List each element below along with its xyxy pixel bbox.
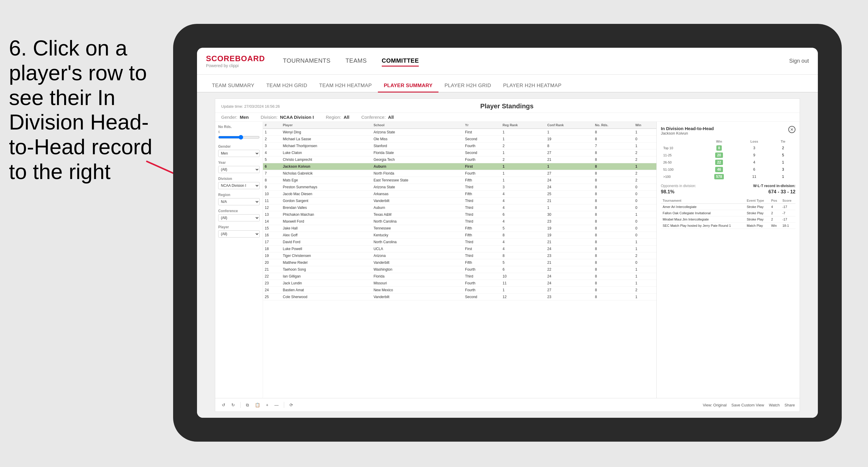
- refresh-button[interactable]: ⟳: [288, 402, 295, 408]
- share-button[interactable]: Share: [784, 403, 795, 407]
- table-area: # Player School Yr Reg Rank Conf Rank No…: [263, 122, 656, 398]
- h2h-close-button[interactable]: ✕: [788, 126, 796, 133]
- filter-division: Division: NCAA Division I: [260, 115, 314, 120]
- save-custom-view-button[interactable]: Save Custom View: [731, 403, 764, 407]
- filter-row: Gender: Men Division: NCAA Division I Re…: [215, 113, 800, 122]
- h2h-loss-cell: 6: [738, 166, 771, 173]
- table-row[interactable]: 5 Christo Lamprecht Georgia Tech Fourth …: [263, 156, 656, 163]
- player-select[interactable]: (All): [218, 230, 260, 238]
- cell-rank: 11: [263, 197, 281, 205]
- table-row[interactable]: 23 Jack Lundin Missouri Fourth 11 24 8 1: [263, 280, 656, 287]
- table-row[interactable]: 10 Jacob Mac Diesen Arkansas Fifth 4 25 …: [263, 191, 656, 197]
- cell-school: New Mexico: [372, 287, 463, 293]
- table-row[interactable]: 12 Brendan Valles Auburn Third 4 1 8 0: [263, 205, 656, 211]
- copy-button[interactable]: ⧉: [244, 402, 251, 408]
- table-row[interactable]: 6 Jackson Koivun Auburn First 1 1 8 1: [263, 163, 656, 170]
- table-row[interactable]: 7 Nicholas Gabrelcik North Florida Fourt…: [263, 170, 656, 177]
- cell-win: 1: [633, 246, 656, 252]
- bottom-toolbar: ↺ ↻ ⧉ 📋 + — ⟳ View: Original Save Custom…: [215, 398, 800, 411]
- sign-out-button[interactable]: Sign out: [789, 58, 809, 64]
- cell-school: North Carolina: [372, 239, 463, 246]
- cell-rounds: 8: [593, 129, 633, 136]
- cell-conf-rank: 24: [546, 177, 593, 184]
- cell-win: 1: [633, 163, 656, 170]
- add-button[interactable]: +: [264, 402, 270, 408]
- year-select[interactable]: (All): [218, 166, 260, 173]
- division-value: NCAA Division I: [280, 115, 314, 120]
- cell-rank: 3: [263, 143, 281, 150]
- cell-conf-rank: 19: [546, 136, 593, 143]
- tab-team-summary[interactable]: TEAM SUMMARY: [206, 80, 260, 93]
- division-select[interactable]: NCAA Division I: [218, 182, 260, 189]
- table-row[interactable]: 11 Gordon Sargent Vanderbilt Third 4 21 …: [263, 197, 656, 205]
- table-row[interactable]: 19 Tiger Christensen Arizona Third 8 23 …: [263, 252, 656, 259]
- tab-player-summary[interactable]: PLAYER SUMMARY: [378, 80, 439, 93]
- table-row[interactable]: 16 Alex Goff Kentucky Fifth 8 19 8 0: [263, 232, 656, 239]
- table-row[interactable]: 4 Luke Claton Florida State Second 1 27 …: [263, 150, 656, 156]
- table-row[interactable]: 22 Ian Gilligan Florida Third 10 24 8 1: [263, 273, 656, 280]
- cell-conf-rank: 21: [546, 156, 593, 163]
- cell-win: 2: [633, 287, 656, 293]
- cell-name: Bastien Amat: [281, 287, 372, 293]
- nav-links: TOURNAMENTS TEAMS COMMITTEE: [283, 56, 789, 66]
- table-row[interactable]: 17 David Ford North Carolina Third 4 21 …: [263, 239, 656, 246]
- table-row[interactable]: 20 Matthew Riedel Vanderbilt Fifth 5 21 …: [263, 259, 656, 266]
- panel-title: Player Standings: [280, 102, 734, 110]
- cell-conf-rank: 24: [546, 273, 593, 280]
- tab-team-h2h-heatmap[interactable]: TEAM H2H HEATMAP: [313, 80, 378, 93]
- table-row[interactable]: 9 Preston Summerhays Arizona State Third…: [263, 184, 656, 191]
- tab-player-h2h-grid[interactable]: PLAYER H2H GRID: [438, 80, 497, 93]
- watch-button[interactable]: Watch: [769, 403, 780, 407]
- toolbar-separator-2: [284, 402, 284, 408]
- nav-committee[interactable]: COMMITTEE: [382, 56, 419, 66]
- table-row[interactable]: 25 Cole Sherwood Vanderbilt Second 12 23…: [263, 293, 656, 301]
- tournament-score: -17: [780, 216, 796, 223]
- table-row[interactable]: 8 Mats Ege East Tennessee State Fifth 1 …: [263, 177, 656, 184]
- cell-year: Third: [463, 205, 501, 211]
- cell-rounds: 8: [593, 170, 633, 177]
- sidebar-conference: Conference (All): [218, 209, 260, 221]
- col-win: Win: [633, 122, 656, 129]
- cell-name: Alex Goff: [281, 232, 372, 239]
- cell-rounds: 8: [593, 184, 633, 191]
- redo-button[interactable]: ↻: [229, 402, 237, 408]
- gender-select[interactable]: Men Women: [218, 150, 260, 157]
- region-select[interactable]: N/A: [218, 198, 260, 205]
- table-row[interactable]: 13 Phichakon Maichan Texas A&M Third 6 3…: [263, 211, 656, 218]
- table-row[interactable]: 15 Jake Hall Tennessee Fifth 5 19 8 0: [263, 225, 656, 232]
- nav-tournaments[interactable]: TOURNAMENTS: [283, 56, 331, 66]
- h2h-win-cell: 46: [700, 166, 738, 173]
- dash-button[interactable]: —: [273, 402, 280, 408]
- cell-conf-rank: 27: [546, 170, 593, 177]
- cell-reg-rank: 4: [501, 218, 546, 225]
- tab-team-h2h-grid[interactable]: TEAM H2H GRID: [260, 80, 313, 93]
- cell-win: 0: [633, 232, 656, 239]
- cell-reg-rank: 1: [501, 129, 546, 136]
- cell-rounds: 8: [593, 287, 633, 293]
- col-rounds: No. Rds.: [593, 122, 633, 129]
- table-row[interactable]: 24 Bastien Amat New Mexico Fourth 1 27 8…: [263, 287, 656, 293]
- undo-button[interactable]: ↺: [220, 402, 227, 408]
- cell-year: Second: [463, 136, 501, 143]
- table-row[interactable]: 1 Wenyi Ding Arizona State First 1 1 8 1: [263, 129, 656, 136]
- col-reg-rank: Reg Rank: [501, 122, 546, 129]
- h2h-row: 11-25 20 9 5: [661, 152, 796, 159]
- table-row[interactable]: 14 Maxwell Ford North Carolina Third 4 2…: [263, 218, 656, 225]
- col-year: Yr: [463, 122, 501, 129]
- tab-player-h2h-heatmap[interactable]: PLAYER H2H HEATMAP: [497, 80, 567, 93]
- cell-school: Auburn: [372, 205, 463, 211]
- logo-subtitle: Powered by clippi: [206, 63, 265, 68]
- table-row[interactable]: 21 Taehoon Song Washington Fourth 6 22 8…: [263, 266, 656, 273]
- table-row[interactable]: 2 Michael La Sasse Ole Miss Second 1 19 …: [263, 136, 656, 143]
- rounds-slider[interactable]: [218, 135, 260, 139]
- body-area: No Rds. 6 Gender Men Women Ye: [215, 122, 800, 398]
- conference-select[interactable]: (All): [218, 214, 260, 221]
- cell-rounds: 8: [593, 280, 633, 287]
- nav-teams[interactable]: TEAMS: [345, 56, 367, 66]
- h2h-table-header: Win Loss Tie: [661, 138, 796, 145]
- table-row[interactable]: 18 Luke Powell UCLA First 4 24 8 1: [263, 246, 656, 252]
- gender-value: Men: [240, 115, 249, 120]
- view-original-button[interactable]: View: Original: [703, 403, 726, 407]
- paste-button[interactable]: 📋: [253, 402, 262, 408]
- table-row[interactable]: 3 Michael Thorbjornsen Stanford Fourth 2…: [263, 143, 656, 150]
